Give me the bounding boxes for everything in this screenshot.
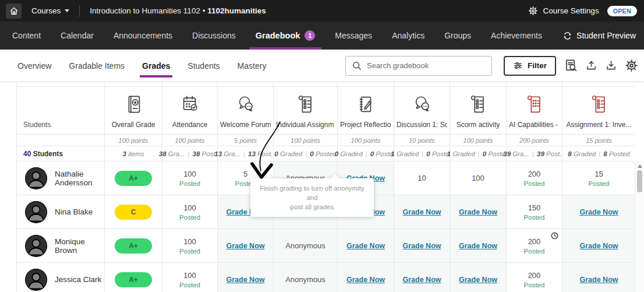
grade-cell: Grade Now (217, 229, 273, 263)
column-header-attendance[interactable]: Attendance (162, 87, 217, 135)
points-cell: 100 points (450, 135, 506, 146)
gradebook-search[interactable] (345, 56, 492, 76)
gradebook-subtabs: OverviewGradable ItemsGradesStudentsMast… (17, 50, 266, 82)
student-cell-jessica-clark: Jessica Clark (17, 263, 104, 292)
grade-pill[interactable]: A+ (115, 238, 152, 254)
nav-tab-announcements[interactable]: Announcements (104, 22, 182, 50)
posted-label: Posted (179, 180, 200, 187)
grade-now-link[interactable]: Grade Now (403, 276, 441, 284)
posted-label: Posted (524, 180, 545, 187)
column-divider-strip (337, 82, 394, 87)
gear-icon[interactable] (528, 6, 538, 16)
column-divider-strip (217, 82, 273, 87)
points-cell: 100 points (337, 135, 394, 146)
grade-cell: Grade Now (394, 263, 450, 292)
grade-value: 100 (183, 203, 196, 212)
grade-value: 200 (528, 237, 541, 246)
subtab-mastery[interactable]: Mastery (238, 50, 267, 82)
grade-now-link[interactable]: Grade Now (346, 276, 385, 284)
nav-tab-discussions[interactable]: Discussions (182, 22, 246, 50)
navbar-items: ContentCalendarAnnouncementsDiscussionsG… (2, 22, 552, 50)
grade-cell: 200Posted (506, 263, 562, 292)
grade-cell: Grade Now (450, 195, 506, 229)
column-header-welcome-forum[interactable]: Welcome Forum (217, 87, 273, 135)
nav-tab-groups[interactable]: Groups (434, 22, 481, 50)
grade-pill[interactable]: A+ (115, 171, 152, 186)
gradebook-review-search-icon[interactable] (564, 59, 578, 72)
nav-tab-gradebook[interactable]: Gradebook1 (246, 22, 325, 50)
points-cell: 15 points (562, 135, 635, 146)
summary-cell: 8 Graded|8 Posted (562, 146, 635, 161)
student-preview-button[interactable]: Student Preview (562, 22, 636, 50)
column-header-overall-grade[interactable]: Overall Grade (104, 87, 162, 135)
summary-cell: 1 Graded|0 Posted (394, 146, 450, 161)
column-header-individual-assignm[interactable]: Individual Assignm... (273, 87, 337, 135)
column-divider-strip (506, 82, 562, 87)
home-button[interactable] (6, 3, 22, 19)
grade-now-link[interactable]: Grade Now (459, 276, 497, 284)
grade-now-link[interactable]: Grade Now (403, 242, 441, 250)
column-header-project-reflections[interactable]: Project Reflections (337, 87, 394, 135)
scrollbar-thumb[interactable] (637, 170, 642, 192)
grade-now-link[interactable]: Grade Now (459, 208, 497, 216)
course-settings-link[interactable]: Course Settings (543, 6, 599, 15)
column-header-scorm-activity[interactable]: Scorm activity (450, 87, 506, 135)
column-header-assignment-1-inve[interactable]: Assignment 1: Inve... (562, 87, 635, 135)
grade-now-link[interactable]: Grade Now (580, 208, 618, 216)
search-input[interactable] (367, 61, 486, 70)
grade-pill[interactable]: A+ (115, 272, 152, 287)
assignment-icon (468, 94, 488, 114)
overall-grade-cell: C (104, 195, 162, 229)
gradebook-count-badge: 1 (305, 30, 315, 41)
grade-cell: Grade Now (562, 195, 635, 229)
subtab-students[interactable]: Students (187, 50, 220, 82)
nav-tab-calendar[interactable]: Calendar (51, 22, 104, 50)
grade-now-link[interactable]: Grade Now (227, 242, 265, 250)
assignment-icon (589, 94, 609, 114)
grade-cell: Grade Now (562, 229, 635, 263)
posted-label: Posted (524, 214, 545, 221)
summary-cell: 3 items (104, 146, 162, 161)
students-column-header: Students (17, 87, 104, 135)
column-divider-strip (562, 82, 635, 87)
summary-cell: 39 Gra...|39 Post... (506, 146, 562, 161)
column-header-discussion-1-softw[interactable]: Discussion 1: Softw... (394, 87, 450, 135)
student-name: Jessica Clark (55, 275, 101, 284)
student-name: Monique Brown (55, 237, 104, 255)
nav-tab-content[interactable]: Content (2, 22, 51, 50)
grade-now-link[interactable]: Grade Now (403, 208, 441, 216)
subtab-overview[interactable]: Overview (17, 50, 51, 82)
grade-now-link[interactable]: Grade Now (580, 242, 618, 250)
nav-tab-analytics[interactable]: Analytics (382, 22, 434, 50)
grade-value: 150 (528, 203, 541, 212)
nav-tab-achievements[interactable]: Achievements (481, 22, 552, 50)
filter-button[interactable]: Filter (504, 56, 556, 76)
column-divider-strip (104, 82, 162, 87)
grade-cell: Grade Now (450, 263, 506, 292)
nav-tab-messages[interactable]: Messages (325, 22, 382, 50)
discussion-icon (236, 94, 256, 114)
grade-pill[interactable]: C (115, 205, 152, 220)
grade-now-link[interactable]: Grade Now (227, 276, 265, 284)
overall-grade-cell: A+ (104, 229, 162, 263)
courses-dropdown[interactable]: Courses (31, 6, 69, 15)
subtab-grades[interactable]: Grades (142, 50, 170, 82)
avatar (25, 201, 47, 223)
subtab-gradable-items[interactable]: Gradable Items (69, 50, 125, 82)
column-header-ai-capabilities-ind[interactable]: AI Capabilities - Ind... (506, 87, 562, 135)
grid-doc-icon (525, 94, 544, 114)
grade-cell: Anonymous (273, 263, 337, 292)
column-divider-strip (273, 82, 337, 87)
overall-grade-cell: A+ (104, 161, 162, 195)
grade-now-link[interactable]: Grade Now (346, 242, 385, 250)
settings-gear-icon[interactable] (625, 59, 638, 72)
open-status-badge[interactable]: OPEN (607, 6, 637, 16)
scroll-up-arrow[interactable] (638, 164, 642, 168)
upload-icon[interactable] (585, 59, 597, 72)
grade-now-link[interactable]: Grade Now (580, 276, 618, 284)
vertical-scrollbar[interactable] (635, 161, 644, 292)
grade-now-link[interactable]: Grade Now (459, 242, 497, 250)
download-icon[interactable] (605, 59, 617, 72)
grade-cell: 100Posted (162, 263, 217, 292)
student-cell-monique-brown: Monique Brown (17, 229, 104, 263)
